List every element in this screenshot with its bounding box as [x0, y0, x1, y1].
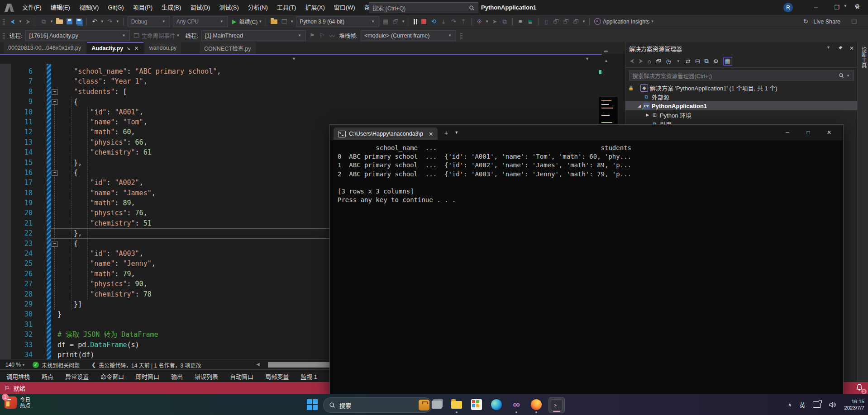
menu-item[interactable]: Git(G)	[104, 0, 128, 15]
menu-item[interactable]: 工具(T)	[273, 0, 300, 15]
app-window-taskbar-button[interactable]	[429, 397, 444, 412]
quick-search-input[interactable]: 搜索 (Ctrl+Q)	[369, 2, 478, 13]
package-icon[interactable]: ▤	[381, 17, 390, 26]
continue-play-icon[interactable]: ▶	[230, 17, 239, 26]
panel-tab[interactable]: 调用堆栈	[6, 372, 30, 381]
pending-changes-caret-icon[interactable]: ▼	[677, 59, 680, 63]
step-into-icon[interactable]: ⤓	[439, 17, 448, 26]
show-next-statement-icon[interactable]: ⟐	[475, 17, 484, 26]
continue-caret-icon[interactable]: ▼	[258, 19, 262, 24]
code-line[interactable]: 7 "class": "Year 1",	[0, 76, 625, 86]
line-list-icon[interactable]: ≡	[516, 17, 525, 26]
panel-tab[interactable]: 命令窗口	[100, 372, 124, 381]
terminal-taskbar-button[interactable]: >_	[548, 397, 565, 413]
console-close-button[interactable]: ✕	[819, 125, 839, 140]
window-preview-icon[interactable]: 🗖	[280, 17, 289, 26]
attach-folder-icon[interactable]	[271, 19, 277, 24]
curve-icon[interactable]: 〰	[328, 31, 337, 40]
unflag-thread-icon[interactable]: ⚐	[318, 31, 327, 40]
volume-icon[interactable]	[829, 401, 836, 409]
step-out-icon[interactable]: ⤒	[459, 17, 468, 26]
menu-item[interactable]: 调试(D)	[186, 0, 214, 15]
tab-options-gear-icon[interactable]: ⚙	[854, 3, 860, 9]
code-line[interactable]: 10 "id": "A001",	[0, 107, 625, 117]
python-environment-dropdown[interactable]: Python 3.9 (64-bit)▼	[296, 16, 379, 27]
process-dropdown[interactable]: [17616] Audacity.py▼	[25, 30, 130, 41]
menu-item[interactable]: 窗口(W)	[330, 0, 359, 15]
break-all-icon[interactable]	[414, 19, 417, 24]
network-display-icon[interactable]	[813, 401, 821, 408]
redo-caret-icon[interactable]: ▼	[116, 19, 119, 24]
taskbar-search-input[interactable]: 搜索	[323, 397, 432, 413]
sync-with-active-document-icon[interactable]: ⇄	[686, 58, 691, 65]
code-line[interactable]: 8− "students": [	[0, 87, 625, 97]
pin-icon[interactable]: ⊸	[126, 45, 132, 52]
panel-options-chevron-icon[interactable]: ▼	[826, 45, 830, 52]
zoom-level-dropdown[interactable]: 140 %	[5, 362, 21, 368]
solution-tree-item[interactable]: ⧉外部源	[625, 92, 858, 101]
solution-config-dropdown[interactable]: Debug▼	[128, 16, 170, 27]
news-widget[interactable]: 1 今日 热点	[5, 396, 30, 409]
clock[interactable]: 16:15 2023/7/7	[844, 398, 864, 411]
menu-item[interactable]: 视图(V)	[75, 0, 103, 15]
lifecycle-dropdown[interactable]: 生命周期事件	[141, 31, 175, 40]
hidden-icons-chevron-icon[interactable]: ∧	[788, 402, 792, 408]
panel-close-icon[interactable]: ✕	[849, 45, 854, 52]
wrench-icon[interactable]: ⚙	[713, 58, 719, 65]
collapse-all-icon[interactable]: ⊟	[695, 58, 700, 65]
navigate-forward-icon[interactable]: ⮞	[24, 17, 33, 26]
restart-icon[interactable]: ⟲	[429, 17, 438, 26]
panel-tab[interactable]: 局部变量	[265, 372, 289, 381]
editor-tab[interactable]: 00020813-00...046x0x1x9.py	[4, 42, 86, 54]
save-icon[interactable]	[67, 19, 72, 24]
solution-tree-item[interactable]: 🔒◆解决方案 'PythonApplication1' (1 个项目, 共 1 …	[625, 83, 858, 92]
forward-icon[interactable]: ⮞	[639, 57, 643, 65]
new-project-icon[interactable]: ⧉	[39, 17, 48, 26]
back-icon[interactable]: ⮜	[630, 57, 634, 65]
new-tab-plus-icon[interactable]: +	[444, 129, 448, 137]
undo-icon[interactable]: ↶	[90, 17, 99, 26]
copy-code-icon[interactable]: ⧉	[500, 17, 509, 26]
menu-item[interactable]: 文件(F)	[18, 0, 46, 15]
tab-overflow-chevron-icon[interactable]: ▼	[843, 4, 847, 8]
edge-taskbar-button[interactable]	[489, 397, 504, 412]
toolbar-grip[interactable]	[3, 18, 5, 25]
microsoft-store-taskbar-button[interactable]	[469, 397, 484, 412]
account-avatar[interactable]: R	[783, 3, 793, 12]
console-tab[interactable]: C:\Users\Happy\anaconda3\p ✕	[334, 127, 438, 140]
firefox-taskbar-button[interactable]	[529, 397, 544, 412]
clear-bookmarks-icon[interactable]: 🗗	[572, 17, 581, 26]
menu-item[interactable]: 项目(P)	[129, 0, 157, 15]
console-window[interactable]: C:\Users\Happy\anaconda3\p ✕ + ▼ ─ □ ✕ s…	[329, 124, 844, 395]
application-insights-icon[interactable]	[594, 18, 601, 25]
file-explorer-taskbar-button[interactable]	[449, 397, 464, 412]
application-insights-caret-icon[interactable]: ▼	[650, 19, 654, 24]
debugrow-grip-2[interactable]	[460, 32, 463, 39]
nav-type-chevron-icon[interactable]: ▼	[292, 57, 296, 61]
application-insights-button[interactable]: Application Insights	[603, 19, 649, 25]
problems-status[interactable]: 未找到相关问题	[42, 361, 80, 369]
solution-platform-dropdown[interactable]: Any CPU▼	[173, 16, 228, 27]
redo-icon[interactable]: ↷	[105, 17, 114, 26]
menu-item[interactable]: 扩展(X)	[301, 0, 329, 15]
continue-button[interactable]: 继续(C)	[239, 18, 258, 25]
hscroll-left-arrow-icon[interactable]: ◀	[256, 362, 260, 367]
code-line[interactable]: 6 "school_name": "ABC primary school",	[0, 66, 625, 76]
pin-icon[interactable]	[838, 45, 843, 51]
home-icon[interactable]: ⌂	[648, 58, 651, 65]
run-to-cursor-icon[interactable]: ➤	[490, 17, 499, 26]
tab-dropdown-chevron-icon[interactable]: ▼	[454, 130, 458, 135]
split-editor-icon[interactable]: ⇹	[604, 48, 608, 54]
stop-debugging-icon[interactable]	[421, 19, 426, 24]
save-all-icon[interactable]	[76, 19, 82, 24]
console-minimize-button[interactable]: ─	[777, 125, 798, 140]
step-over-icon[interactable]: ↷	[449, 17, 458, 26]
editor-tab[interactable]: CONNECT检查.py	[200, 42, 255, 54]
panel-tab[interactable]: 输出	[171, 372, 183, 381]
collapsed-arrow-icon[interactable]: ▶	[644, 113, 651, 117]
feedback-icon[interactable]: ❑	[849, 17, 858, 26]
flag-thread-icon[interactable]: ⚑	[308, 31, 317, 40]
navigate-back-caret-icon[interactable]: ▼	[19, 19, 22, 24]
solution-tree-item[interactable]: ▶⊞Python 环境	[625, 110, 858, 119]
panel-tab[interactable]: 异常设置	[65, 372, 89, 381]
